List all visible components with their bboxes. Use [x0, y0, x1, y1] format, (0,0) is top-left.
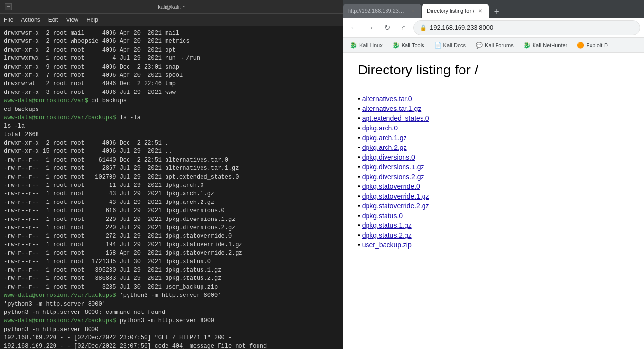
file-link[interactable]: dpkg.arch.2.gz: [362, 144, 407, 151]
file-link[interactable]: dpkg.statoverride.0: [362, 183, 420, 190]
new-tab-btn[interactable]: +: [490, 4, 503, 18]
back-btn[interactable]: ←: [347, 21, 361, 35]
terminal-line: 'python3 -m http.server 8000': [4, 300, 339, 309]
file-link[interactable]: dpkg.diversions.2.gz: [362, 173, 424, 181]
bookmark-exploit-db-label: Exploit-D: [586, 42, 608, 48]
terminal-line: -rw-r--r-- 1 root root 220 Jul 29 2021 d…: [4, 216, 339, 224]
url-text: 192.168.169.233:8000: [430, 24, 493, 31]
file-link[interactable]: dpkg.arch.1.gz: [362, 134, 407, 142]
file-link[interactable]: dpkg.diversions.1.gz: [362, 163, 424, 171]
directory-file-list: alternatives.tar.0alternatives.tar.1.gza…: [358, 94, 629, 250]
terminal-line: www-data@corrosion:/var/backups$ python3…: [4, 317, 339, 325]
terminal-line: drwxrwsr-x 2 root whoopsie 4096 Apr 20 2…: [4, 37, 339, 46]
menu-actions[interactable]: Actions: [21, 17, 40, 23]
list-item: dpkg.status.2.gz: [358, 230, 629, 240]
tab1-close-btn[interactable]: ✕: [409, 7, 416, 14]
file-link[interactable]: dpkg.diversions.0: [362, 153, 415, 161]
terminal-line: drwxr-xr-x 2 root root 4096 Apr 20 2021 …: [4, 46, 339, 55]
bookmark-kali-docs[interactable]: 📄 Kali Docs: [431, 41, 469, 50]
terminal-line: -rw-r--r-- 1 root root 194 Jul 29 2021 d…: [4, 241, 339, 249]
list-item: dpkg.arch.1.gz: [358, 133, 629, 143]
file-link[interactable]: dpkg.status.1.gz: [362, 221, 412, 229]
terminal-line: -rw-r--r-- 1 root root 168 Apr 20 2021 d…: [4, 249, 339, 257]
browser-toolbar: ← → ↻ ⌂ 🔒 192.168.169.233:8000: [343, 18, 644, 38]
list-item: user_backup.zip: [358, 240, 629, 250]
browser-tab-1[interactable]: http://192.168.169.233/blog- ✕: [343, 4, 421, 18]
bookmark-kali-nethunter[interactable]: 🐉 Kali NetHunter: [520, 41, 570, 50]
terminal-line: drwxr-xr-x 9 root root 4096 Dec 2 23:01 …: [4, 63, 339, 72]
terminal-line: -rw-r--r-- 1 root root 616 Jul 29 2021 d…: [4, 207, 339, 215]
file-link[interactable]: apt.extended_states.0: [362, 114, 429, 122]
window-controls: —: [5, 3, 12, 10]
file-link[interactable]: user_backup.zip: [362, 241, 412, 249]
browser-content: Directory listing for / alternatives.tar…: [343, 53, 644, 349]
terminal-line: -rw-r--r-- 1 root root 11 Jul 29 2021 dp…: [4, 182, 339, 190]
terminal-line: lrwxrwxrwx 1 root root 4 Jul 29 2021 run…: [4, 55, 339, 63]
file-link[interactable]: dpkg.statoverride.2.gz: [362, 202, 429, 210]
menu-view[interactable]: View: [66, 17, 78, 23]
terminal-line: 192.168.169.220 - - [02/Dec/2022 23:07:5…: [4, 342, 339, 349]
terminal-line: cd backups: [4, 106, 339, 114]
terminal-line: drwxr-xr-x 3 root root 4096 Jul 29 2021 …: [4, 89, 339, 97]
file-link[interactable]: alternatives.tar.0: [362, 95, 412, 103]
menu-file[interactable]: File: [4, 17, 13, 23]
tab2-close-btn[interactable]: ✕: [477, 7, 484, 14]
list-item: dpkg.diversions.1.gz: [358, 162, 629, 172]
terminal-line: -rw-r--r-- 1 root root 3285 Jul 30 2021 …: [4, 283, 339, 292]
list-item: dpkg.arch.0: [358, 123, 629, 133]
terminal-line: -rw-r--r-- 1 root root 61440 Dec 2 22:51…: [4, 156, 339, 165]
terminal-line: drwxrwsr-x 2 root mail 4096 Apr 20 2021 …: [4, 29, 339, 37]
terminal-body[interactable]: drwxrwsr-x 2 root mail 4096 Apr 20 2021 …: [0, 26, 343, 349]
terminal-line: ls -la: [4, 122, 339, 130]
bookmarks-bar: 🐉 Kali Linux 🐉 Kali Tools 📄 Kali Docs 💬 …: [343, 38, 644, 53]
user-indicator: kali@kali: ~: [158, 4, 185, 10]
terminal-line: -rw-r--r-- 1 root root 1721335 Jul 30 20…: [4, 258, 339, 266]
list-item: dpkg.statoverride.2.gz: [358, 201, 629, 211]
address-bar[interactable]: 🔒 192.168.169.233:8000: [413, 20, 640, 35]
terminal-line: -rw-r--r-- 1 root root 386883 Jul 29 202…: [4, 275, 339, 283]
bookmark-kali-tools[interactable]: 🐉 Kali Tools: [389, 41, 427, 50]
terminal-line: www-data@corrosion:/var/backups$ 'python…: [4, 292, 339, 300]
terminal-titlebar: — kali@kali: ~: [0, 0, 343, 14]
file-link[interactable]: alternatives.tar.1.gz: [362, 105, 421, 112]
terminal-window: — kali@kali: ~ File Actions Edit View He…: [0, 0, 343, 349]
tab2-label: Directory listing for /: [427, 8, 474, 14]
home-btn[interactable]: ⌂: [397, 21, 410, 35]
file-link[interactable]: dpkg.status.0: [362, 212, 403, 220]
list-item: alternatives.tar.0: [358, 94, 629, 104]
file-link[interactable]: dpkg.arch.0: [362, 124, 398, 132]
browser-window: http://192.168.169.233/blog- ✕ Directory…: [343, 0, 644, 349]
terminal-line: 192.168.169.220 - - [02/Dec/2022 23:07:5…: [4, 334, 339, 342]
browser-tabs: http://192.168.169.233/blog- ✕ Directory…: [343, 0, 644, 18]
terminal-line: -rw-r--r-- 1 root root 2867 Jul 29 2021 …: [4, 165, 339, 173]
bookmark-kali-forums-label: Kali Forums: [485, 42, 514, 48]
terminal-line: total 2668: [4, 131, 339, 139]
list-item: dpkg.statoverride.1.gz: [358, 191, 629, 201]
terminal-line: -rw-r--r-- 1 root root 102709 Jul 29 202…: [4, 173, 339, 182]
list-item: dpkg.status.0: [358, 211, 629, 220]
list-item: apt.extended_states.0: [358, 113, 629, 123]
menu-edit[interactable]: Edit: [48, 17, 58, 23]
terminal-line: -rw-r--r-- 1 root root 272 Jul 29 2021 d…: [4, 232, 339, 240]
bookmark-kali-forums[interactable]: 💬 Kali Forums: [473, 41, 516, 50]
forward-btn[interactable]: →: [364, 21, 377, 35]
terminal-menubar: File Actions Edit View Help: [0, 14, 343, 26]
terminal-line: -rw-r--r-- 1 root root 220 Jul 29 2021 d…: [4, 224, 339, 232]
browser-tab-2[interactable]: Directory listing for / ✕: [422, 4, 489, 18]
file-link[interactable]: dpkg.status.2.gz: [362, 231, 412, 239]
window-minimize-btn[interactable]: —: [5, 3, 12, 10]
terminal-line: python3 -m http.server 8000: command not…: [4, 309, 339, 317]
security-icon: 🔒: [420, 24, 427, 31]
terminal-line: drwxr-xr-x 7 root root 4096 Apr 20 2021 …: [4, 72, 339, 80]
bookmark-kali-linux-label: Kali Linux: [359, 42, 383, 48]
file-link[interactable]: dpkg.statoverride.1.gz: [362, 192, 429, 200]
terminal-line: www-data@corrosion:/var$ cd backups: [4, 97, 339, 105]
reload-btn[interactable]: ↻: [380, 21, 394, 35]
bookmark-kali-tools-label: Kali Tools: [402, 42, 424, 48]
bookmark-exploit-db[interactable]: 🟠 Exploit-D: [574, 41, 611, 50]
terminal-line: -rw-r--r-- 1 root root 395230 Jul 29 202…: [4, 266, 339, 275]
menu-help[interactable]: Help: [86, 17, 98, 23]
list-item: dpkg.status.1.gz: [358, 220, 629, 230]
terminal-line: drwxr-xr-x 2 root root 4096 Dec 2 22:51 …: [4, 139, 339, 147]
bookmark-kali-linux[interactable]: 🐉 Kali Linux: [347, 41, 386, 50]
